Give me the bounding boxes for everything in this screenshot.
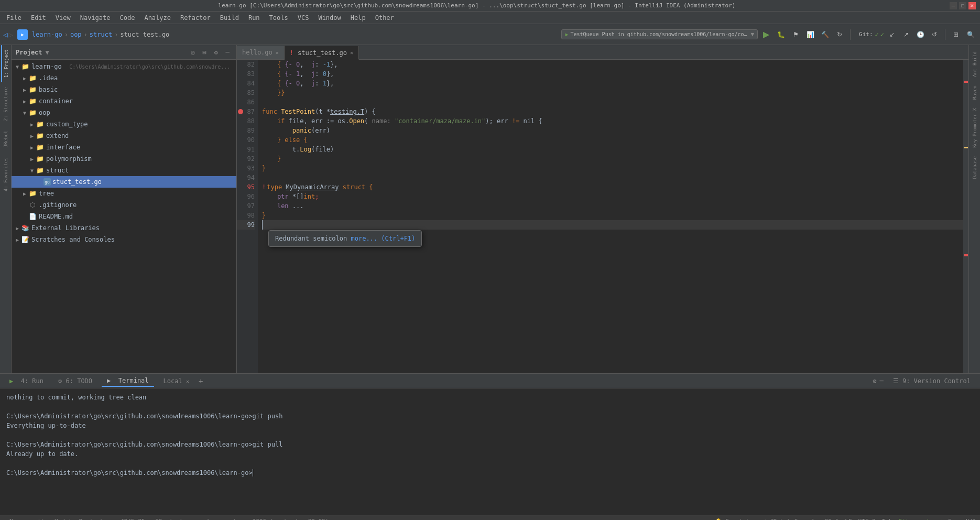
tree-item-oop[interactable]: ▼ 📁 oop (12, 107, 236, 118)
project-settings-icon[interactable]: ⚙ (211, 48, 221, 57)
menu-refactor[interactable]: Refactor (176, 13, 215, 23)
git-history-button[interactable]: 🕒 (914, 28, 927, 41)
local-tab-close-icon[interactable]: ✕ (186, 378, 189, 384)
toolbar-search-button[interactable]: 🔍 (964, 28, 977, 41)
project-hide-icon[interactable]: ─ (223, 48, 232, 57)
jrebel-console-button[interactable]: ⚡ JRebel Console (763, 518, 819, 520)
tab-run[interactable]: ▶ 4: Run (4, 376, 49, 386)
terminal-line-3: C:\Users\Administrator\go\src\github.com… (6, 411, 974, 421)
tooltip-link[interactable]: more... (Ctrl+F1) (351, 235, 416, 242)
status-git-branch[interactable]: Git: master ✓ (899, 518, 942, 520)
tab-jrebel[interactable]: JRebel (2, 126, 10, 152)
tree-item-interface[interactable]: ▶ 📁 interface (12, 142, 236, 153)
tree-item-external-libs[interactable]: ▶ 📚 External Libraries (12, 222, 236, 234)
menu-code[interactable]: Code (116, 13, 139, 23)
status-sync[interactable]: Syn: N/A (948, 518, 976, 520)
tab-todo[interactable]: ⚙ 6: TODO (53, 376, 97, 386)
coverage-button[interactable]: ⚑ (789, 28, 802, 41)
tree-item-basic[interactable]: ▶ 📁 basic (12, 84, 236, 95)
panel-maven[interactable]: Maven (971, 81, 978, 104)
build-button[interactable]: 🔨 (819, 28, 831, 41)
menu-navigate[interactable]: Navigate (76, 13, 115, 23)
sync-button[interactable]: ↻ (833, 28, 846, 41)
tab-version-control[interactable]: ☰ 9: Version Control (888, 376, 976, 386)
status-encoding[interactable]: UTF-8 (858, 518, 876, 520)
md-file-icon: 📄 (28, 212, 37, 221)
menu-window[interactable]: Window (314, 13, 345, 23)
tab-stuct-close-icon[interactable]: ✕ (350, 50, 353, 56)
tree-item-root[interactable]: ▼ 📁 learn-go C:\Users\Administrator\go\s… (12, 61, 236, 72)
git-update-button[interactable]: ↙ (886, 28, 898, 41)
tab-project[interactable]: 1: Project (1, 45, 10, 82)
breadcrumb-file[interactable]: stuct_test.go (120, 31, 169, 38)
tab-structure[interactable]: 2: Structure (2, 83, 10, 125)
tab-favorites[interactable]: 4: Favorites (2, 153, 10, 196)
event-log-button[interactable]: 🔔 Event Log (715, 518, 757, 520)
terminal-add-tab-button[interactable]: + (199, 377, 203, 385)
tree-item-polymorphism[interactable]: ▶ 📁 polymorphism (12, 153, 236, 165)
tab-local[interactable]: Local ✕ (158, 376, 194, 386)
terminal-settings-icon[interactable]: ⚙ (873, 377, 876, 385)
tree-item-scratches[interactable]: ▶ 📝 Scratches and Consoles (12, 234, 236, 245)
tree-label: README.md (39, 213, 73, 220)
status-indent[interactable]: Tab (882, 518, 892, 520)
menu-analyze[interactable]: Analyze (140, 13, 175, 23)
tree-item-custom-type[interactable]: ▶ 📁 custom_type (12, 118, 236, 130)
git-check-icon: ✓ (875, 31, 879, 38)
minimize-button[interactable]: ─ (950, 2, 957, 9)
tree-item-container[interactable]: ▶ 📁 container (12, 95, 236, 107)
menu-run[interactable]: Run (244, 13, 264, 23)
tree-item-stuct-test[interactable]: go stuct_test.go (12, 176, 236, 188)
menu-help[interactable]: Help (346, 13, 370, 23)
debug-button[interactable]: 🐛 (775, 28, 787, 41)
menu-other[interactable]: Other (371, 13, 398, 23)
project-collapse-icon[interactable]: ⊟ (200, 48, 209, 57)
run-button[interactable]: ▶ (760, 28, 772, 41)
status-bar-right: 🔔 Event Log ⚡ JRebel Console 99:1 LF UTF… (715, 518, 976, 520)
maximize-button[interactable]: □ (959, 2, 966, 9)
breadcrumb-oop[interactable]: oop (70, 31, 82, 38)
run-config-dropdown[interactable]: ▶ TestQueue_Push in github.com/snowdream… (561, 29, 758, 39)
tab-hello-go[interactable]: hello.go ✕ (237, 46, 285, 59)
menu-build[interactable]: Build (216, 13, 243, 23)
git-push-button[interactable]: ↗ (900, 28, 912, 41)
terminal-content[interactable]: nothing to commit, working tree clean C:… (0, 388, 980, 515)
profile-button[interactable]: 📊 (804, 28, 816, 41)
panel-key-promoter[interactable]: Key Promoter X (971, 104, 978, 152)
menu-view[interactable]: View (51, 13, 75, 23)
tab-terminal[interactable]: ▶ Terminal (102, 375, 154, 387)
tree-caret-icon: ▶ (28, 156, 36, 162)
menu-file[interactable]: File (2, 13, 26, 23)
line-num-83: 83 (237, 69, 255, 79)
menu-vcs[interactable]: VCS (293, 13, 313, 23)
menu-edit[interactable]: Edit (27, 13, 50, 23)
tree-caret-icon: ▶ (14, 237, 21, 243)
project-locate-icon[interactable]: ◎ (188, 48, 198, 57)
breadcrumb-learn-go[interactable]: learn-go (32, 31, 62, 38)
toolbar-grid-button[interactable]: ⊞ (950, 28, 962, 41)
tree-item-tree[interactable]: ▶ 📁 tree (12, 188, 236, 199)
tree-item-struct[interactable]: ▼ 📁 struct (12, 165, 236, 176)
status-position[interactable]: 99:1 (825, 518, 839, 520)
panel-ant-build[interactable]: Ant Build (971, 47, 978, 81)
terminal-minimize-icon[interactable]: ─ (879, 377, 883, 385)
panel-database[interactable]: Database (971, 152, 978, 183)
breadcrumb-struct[interactable]: struct (90, 31, 112, 38)
menu-tools[interactable]: Tools (265, 13, 292, 23)
tab-stuct-test-go[interactable]: ! stuct_test.go ✕ (285, 46, 359, 60)
tree-item-idea[interactable]: ▶ 📁 .idea (12, 72, 236, 84)
tree-label: .idea (39, 74, 58, 82)
tree-item-gitignore[interactable]: ⬡ .gitignore (12, 199, 236, 211)
code-editor[interactable]: { {- 0, j: -1}, { {- 1, j: 0}, { {- 0, j… (258, 60, 963, 373)
nav-back-icon[interactable]: ◁ (3, 30, 7, 39)
tree-item-readme[interactable]: 📄 README.md (12, 211, 236, 222)
tab-hello-close-icon[interactable]: ✕ (276, 50, 279, 56)
tree-label: polymorphism (46, 155, 92, 162)
git-revert-button[interactable]: ↺ (928, 28, 941, 41)
status-linesep[interactable]: LF (845, 518, 852, 520)
bottom-panel: ▶ 4: Run ⚙ 6: TODO ▶ Terminal Local ✕ + … (0, 373, 980, 515)
editor-scrollbar[interactable] (963, 60, 968, 373)
tree-item-extend[interactable]: ▶ 📁 extend (12, 130, 236, 142)
close-button[interactable]: ✕ (968, 2, 976, 9)
code-line-85: }} (262, 88, 963, 98)
